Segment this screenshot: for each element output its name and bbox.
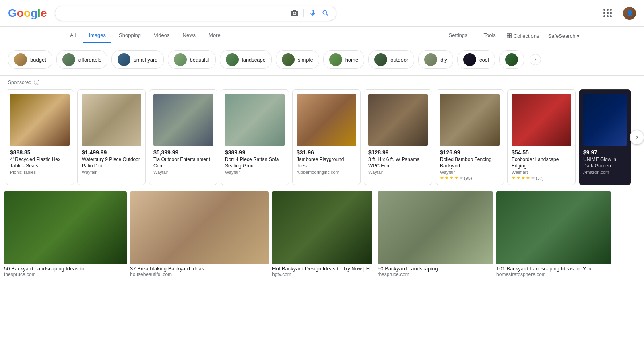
product-card-2[interactable]: $5,399.99 Tia Outdoor Entertainment Cen.… bbox=[149, 89, 217, 185]
product-cards-row: $888.85 4' Recycled Plastic Hex Table - … bbox=[0, 88, 644, 187]
product-card-5[interactable]: $128.99 3 ft. H x 6 ft. W Panama WPC Fen… bbox=[364, 89, 432, 185]
filter-chip-diy[interactable]: diy bbox=[418, 50, 453, 69]
image-col-4: 101 Backyard Landscaping Ideas for Your … bbox=[496, 191, 611, 279]
filter-chip-budget[interactable]: budget bbox=[8, 50, 52, 69]
product-store-7: Walmart bbox=[512, 170, 571, 175]
chip-img-beautiful bbox=[174, 53, 187, 66]
nav-all[interactable]: All bbox=[64, 28, 81, 43]
product-price-8: $9.97 bbox=[583, 149, 627, 156]
image-col-3: 50 Backyard Landscaping I... thespruce.c… bbox=[378, 191, 493, 279]
product-name-7: Ecoborder Landscape Edging... bbox=[512, 156, 571, 169]
chip-label-home: home bbox=[345, 57, 359, 63]
product-review-count-6: (95) bbox=[464, 176, 472, 181]
chip-img-outdoor bbox=[374, 53, 387, 66]
product-price-4: $31.96 bbox=[297, 149, 356, 156]
image-card-0[interactable]: 50 Backyard Landscaping Ideas to ... the… bbox=[4, 191, 127, 279]
chip-label-affordable: affordable bbox=[78, 57, 102, 63]
product-store-0: Picnic Tables bbox=[10, 170, 70, 175]
image-card-3[interactable]: 50 Backyard Landscaping I... thespruce.c… bbox=[378, 191, 493, 279]
product-scroll-next[interactable] bbox=[630, 130, 644, 144]
chip-label-small-yard: small yard bbox=[134, 57, 157, 63]
chip-img-budget bbox=[14, 53, 27, 66]
nav-shopping[interactable]: Shopping bbox=[113, 28, 147, 43]
product-card-0[interactable]: $888.85 4' Recycled Plastic Hex Table - … bbox=[6, 89, 74, 185]
product-card-7[interactable]: $54.55 Ecoborder Landscape Edging... Wal… bbox=[507, 89, 576, 185]
sponsored-section: Sponsored ℹ bbox=[0, 77, 644, 88]
product-price-1: $1,499.99 bbox=[82, 149, 141, 156]
sponsored-info-icon[interactable]: ℹ bbox=[34, 80, 39, 85]
filter-chip-beautiful[interactable]: beautiful bbox=[168, 50, 216, 69]
filter-chip-outdoor[interactable]: outdoor bbox=[368, 50, 414, 69]
search-input[interactable]: backyard ideas bbox=[62, 10, 287, 17]
product-price-6: $126.99 bbox=[440, 149, 500, 156]
nav-news[interactable]: News bbox=[177, 28, 202, 43]
camera-search-button[interactable] bbox=[291, 9, 299, 17]
chip-img-simple bbox=[282, 53, 295, 66]
product-card-3[interactable]: $389.99 Dorr 4 Piece Rattan Sofa Seating… bbox=[221, 89, 289, 185]
nav-more[interactable]: More bbox=[203, 28, 226, 43]
search-button[interactable] bbox=[322, 9, 330, 17]
header: Google backyard ideas bbox=[0, 0, 644, 27]
image-card-1[interactable]: 37 Breathtaking Backyard Ideas ... house… bbox=[130, 191, 269, 279]
sponsored-label: Sponsored bbox=[8, 80, 31, 85]
chip-label-budget: budget bbox=[30, 57, 46, 63]
product-img-3 bbox=[225, 94, 285, 146]
product-price-3: $389.99 bbox=[225, 149, 285, 156]
nav-videos[interactable]: Videos bbox=[148, 28, 175, 43]
header-right: 👤 bbox=[599, 4, 636, 22]
collections-button[interactable]: Collections bbox=[506, 33, 539, 39]
filter-chip-landscape[interactable]: landscape bbox=[220, 50, 272, 69]
nav-tools[interactable]: Tools bbox=[478, 28, 502, 43]
filter-chip-simple[interactable]: simple bbox=[276, 50, 319, 69]
image-col-1: 37 Breathtaking Backyard Ideas ... house… bbox=[130, 191, 269, 279]
filter-chips-next-arrow[interactable] bbox=[530, 54, 541, 65]
safesearch-dropdown[interactable]: SafeSearch ▾ bbox=[548, 33, 580, 39]
chip-img-small-yard bbox=[118, 53, 130, 66]
product-name-8: UNIME Glow in Dark Garden... bbox=[583, 156, 627, 169]
product-img-7 bbox=[512, 94, 571, 146]
chip-img-affordable bbox=[62, 53, 75, 66]
filter-chip-more[interactable] bbox=[499, 50, 524, 69]
filter-chip-home[interactable]: home bbox=[323, 50, 365, 69]
svg-rect-0 bbox=[507, 34, 509, 36]
product-price-0: $888.85 bbox=[10, 149, 70, 156]
chip-label-outdoor: outdoor bbox=[390, 57, 408, 63]
product-card-6[interactable]: $126.99 Rolled Bamboo Fencing Backyard .… bbox=[436, 89, 504, 185]
chip-label-cool: cool bbox=[479, 57, 489, 63]
product-img-8 bbox=[583, 94, 627, 146]
chip-img-diy bbox=[424, 53, 437, 66]
product-card-1[interactable]: $1,499.99 Waterbury 9 Piece Outdoor Pati… bbox=[77, 89, 146, 185]
nav-images[interactable]: Images bbox=[83, 28, 111, 43]
chip-img-more bbox=[505, 53, 518, 66]
search-bar[interactable]: backyard ideas bbox=[55, 6, 336, 21]
image-card-4[interactable]: 101 Backyard Landscaping Ideas for Your … bbox=[496, 191, 611, 279]
svg-rect-3 bbox=[509, 36, 511, 38]
apps-button[interactable] bbox=[599, 4, 617, 22]
voice-search-button[interactable] bbox=[309, 9, 317, 17]
product-price-7: $54.55 bbox=[512, 149, 571, 156]
product-img-5 bbox=[368, 94, 428, 146]
chip-img-landscape bbox=[226, 53, 239, 66]
product-name-0: 4' Recycled Plastic Hex Table - Seats ..… bbox=[10, 156, 70, 169]
product-review-count-7: (37) bbox=[536, 176, 544, 181]
image-card-2[interactable]: Hot Backyard Design Ideas to Try Now | H… bbox=[272, 191, 374, 279]
nav-settings[interactable]: Settings bbox=[443, 28, 473, 43]
product-img-6 bbox=[440, 94, 500, 146]
google-logo[interactable]: Google bbox=[8, 7, 47, 20]
filter-chip-affordable[interactable]: affordable bbox=[56, 50, 108, 69]
product-card-4[interactable]: $31.96 Jamboree Playground Tiles... rubb… bbox=[292, 89, 361, 185]
filter-chip-small-yard[interactable]: small yard bbox=[111, 50, 163, 69]
filter-chip-cool[interactable]: cool bbox=[457, 50, 495, 69]
product-card-8[interactable]: $9.97 UNIME Glow in Dark Garden... Amazo… bbox=[579, 89, 631, 185]
product-store-3: Wayfair bbox=[225, 170, 285, 175]
nav-bar: All Images Shopping Videos News More Set… bbox=[0, 27, 644, 45]
image-results-grid: 50 Backyard Landscaping Ideas to ... the… bbox=[0, 187, 644, 284]
image-col-2: Hot Backyard Design Ideas to Try Now | H… bbox=[272, 191, 374, 279]
product-img-2 bbox=[153, 94, 213, 146]
product-stars-7: ★★★★★ (37) bbox=[512, 175, 571, 181]
filter-chips-row: budget affordable small yard beautiful l… bbox=[0, 45, 644, 74]
user-avatar[interactable]: 👤 bbox=[623, 7, 636, 20]
product-img-1 bbox=[82, 94, 141, 146]
chip-img-home bbox=[329, 53, 342, 66]
chip-label-simple: simple bbox=[298, 57, 313, 63]
